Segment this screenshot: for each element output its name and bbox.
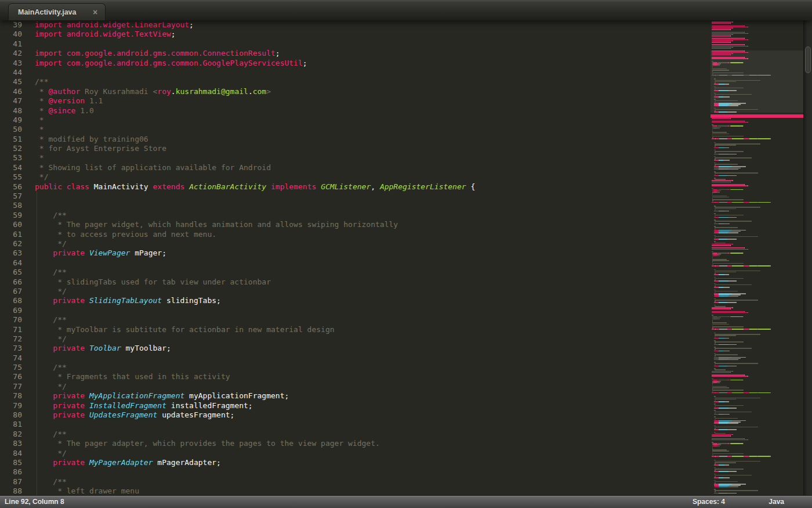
code-line: 42import com.google.android.gms.common.C…: [0, 49, 710, 58]
code-line: 70 /**: [0, 315, 710, 325]
code-line: 40import android.widget.TextView;: [0, 30, 710, 39]
tab-close-icon[interactable]: ×: [89, 8, 102, 17]
line-number: 52: [0, 144, 22, 153]
line-number: 88: [0, 487, 22, 495]
line-number: 70: [0, 315, 22, 325]
code-line: 77 */: [0, 382, 710, 391]
line-number: 78: [0, 391, 22, 401]
code-line: 54 * Showing list of application availab…: [0, 163, 710, 172]
line-number: 86: [0, 467, 22, 477]
cursor-position-label: Line 92, Column 8: [5, 496, 64, 508]
code-line: 78 private MyApplicationFragment myAppli…: [0, 391, 710, 401]
minimap-selection-highlight: [710, 114, 803, 118]
code-line: 49 *: [0, 116, 710, 125]
code-area[interactable]: 39import android.widget.LinearLayout;40i…: [0, 20, 710, 495]
line-number: 48: [0, 106, 22, 116]
code-line: 66 * slidingTabs used for tab view under…: [0, 278, 710, 287]
code-line: 65 /**: [0, 268, 710, 277]
code-line: 53 *: [0, 153, 710, 163]
line-number: 56: [0, 182, 22, 192]
code-line: 87 /**: [0, 477, 710, 487]
code-line: 72 */: [0, 334, 710, 344]
editor-pane[interactable]: 39import android.widget.LinearLayout;40i…: [0, 20, 710, 495]
code-line: 74: [0, 354, 710, 363]
line-number: 50: [0, 125, 22, 134]
code-line: 84 */: [0, 449, 710, 458]
line-number: 81: [0, 420, 22, 429]
code-line: 58: [0, 201, 710, 210]
line-number: 47: [0, 96, 22, 106]
code-line: 59 /**: [0, 211, 710, 220]
code-line: 75 /**: [0, 363, 710, 372]
line-number: 45: [0, 77, 22, 87]
code-line: 79 private InstalledFragment installedFr…: [0, 401, 710, 410]
code-line: 68 private SlidingTabLayout slidingTabs;: [0, 296, 710, 305]
line-number: 69: [0, 306, 22, 315]
line-number: 54: [0, 163, 22, 172]
line-number: 71: [0, 325, 22, 334]
code-line: 81: [0, 420, 710, 429]
line-number: 46: [0, 87, 22, 96]
minimap-viewport[interactable]: [710, 51, 803, 113]
line-number: 64: [0, 258, 22, 268]
line-number: 85: [0, 458, 22, 467]
indent-setting-label[interactable]: Spaces: 4: [693, 496, 725, 508]
code-line: 51 * modified by training06: [0, 135, 710, 144]
line-number: 59: [0, 211, 22, 220]
tab-title: MainActivity.java: [9, 8, 89, 16]
line-number: 76: [0, 372, 22, 381]
line-number: 73: [0, 344, 22, 353]
line-number: 82: [0, 430, 22, 439]
code-line: 46 * @author Roy Kusrahmadi <roy.kusrahm…: [0, 87, 710, 96]
vertical-scrollbar-track[interactable]: [803, 20, 812, 495]
line-number: 60: [0, 220, 22, 229]
indent-guide: [37, 192, 37, 495]
line-number: 40: [0, 30, 22, 39]
line-number: 57: [0, 192, 22, 201]
code-line: 44: [0, 68, 710, 77]
code-line: 88 * left drawer menu: [0, 487, 710, 495]
line-number: 63: [0, 248, 22, 258]
line-number: 58: [0, 201, 22, 210]
minimap[interactable]: [710, 20, 803, 495]
code-line: 47 * @version 1.1: [0, 96, 710, 106]
line-number: 74: [0, 354, 22, 363]
vertical-scrollbar-thumb[interactable]: [805, 46, 811, 73]
code-line: 86: [0, 467, 710, 477]
line-number: 79: [0, 401, 22, 410]
line-number: 53: [0, 153, 22, 163]
tab-mainactivity-java[interactable]: MainActivity.java ×: [8, 3, 106, 20]
code-line: 62 */: [0, 239, 710, 248]
code-line: 67 */: [0, 287, 710, 296]
line-number: 66: [0, 278, 22, 287]
code-line: 43import com.google.android.gms.common.G…: [0, 59, 710, 68]
code-line: 80 private UpdatesFragment updatesFragme…: [0, 410, 710, 420]
code-line: 45/**: [0, 77, 710, 87]
line-number: 77: [0, 382, 22, 391]
code-line: 55 */: [0, 172, 710, 182]
line-number: 42: [0, 49, 22, 58]
code-line: 48 * @since 1.0: [0, 106, 710, 116]
line-number: 62: [0, 239, 22, 248]
code-line: 63 private ViewPager mPager;: [0, 248, 710, 258]
syntax-label[interactable]: Java: [768, 496, 784, 508]
code-line: 57: [0, 192, 710, 201]
code-line: 69: [0, 306, 710, 315]
line-number: 75: [0, 363, 22, 372]
line-number: 83: [0, 439, 22, 448]
line-number: 84: [0, 449, 22, 458]
code-line: 56public class MainActivity extends Acti…: [0, 182, 710, 192]
line-number: 65: [0, 268, 22, 277]
line-number: 55: [0, 172, 22, 182]
code-line: 71 * myToolbar is subtitute for actionba…: [0, 325, 710, 334]
code-line: 60 * The pager widget, which handles ani…: [0, 220, 710, 229]
code-line: 50 *: [0, 125, 710, 134]
line-number: 68: [0, 296, 22, 305]
code-line: 39import android.widget.LinearLayout;: [0, 20, 710, 30]
tab-bar: MainActivity.java ×: [0, 0, 812, 20]
line-number: 80: [0, 410, 22, 420]
code-line: 82 /**: [0, 430, 710, 439]
line-number: 44: [0, 68, 22, 77]
line-number: 61: [0, 230, 22, 239]
code-line: 73 private Toolbar myToolbar;: [0, 344, 710, 353]
